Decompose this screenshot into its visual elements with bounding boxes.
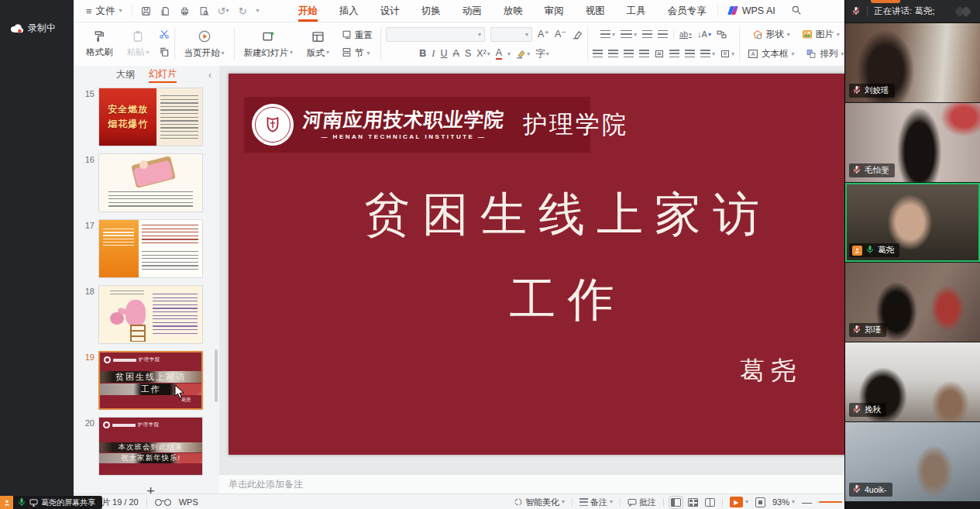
panel-scrollbar[interactable] [215, 349, 218, 402]
paragraph-spacing-button[interactable] [685, 50, 695, 58]
meeting-toolbar-button-partial[interactable] [871, 0, 900, 3]
italic-button[interactable]: I [432, 49, 435, 59]
redo-icon[interactable]: ↻ [237, 5, 249, 17]
font-family-select[interactable]: ▾ [386, 27, 485, 42]
slide-thumbnail-17[interactable] [98, 219, 203, 278]
shapes-button[interactable]: 形状▾ [749, 28, 793, 41]
highlight-color-button[interactable]: ▾ [516, 50, 530, 59]
print-preview-icon[interactable] [198, 5, 210, 17]
strikethrough-button[interactable]: A [453, 49, 459, 59]
convert-smartart-icon[interactable] [717, 30, 727, 39]
reading-view-button[interactable] [705, 498, 715, 507]
zoom-level[interactable]: 93%▾ [772, 497, 795, 507]
zoom-slider[interactable] [819, 501, 842, 503]
current-slide[interactable]: 河南应用技术职业学院 — HENAN TECHNICAL INSTITUTE —… [229, 74, 906, 455]
slide-thumbnail-16[interactable] [98, 153, 203, 212]
font-color-dropdown[interactable]: ▾ [507, 51, 511, 57]
slide-thumbnail-20[interactable]: 护理学院本次班会到此结束祝大家新年快乐! [98, 417, 203, 476]
notes-button[interactable]: 备注▾ [579, 497, 613, 508]
normal-view-button[interactable] [671, 498, 681, 507]
slide-thumbnail-19[interactable]: 护理学院贫困生线上家访工作葛尧 [98, 351, 203, 410]
decrease-font-icon[interactable]: A⁻ [555, 29, 566, 40]
participant-video-葛尧[interactable]: 葛尧 [845, 183, 980, 262]
participant-video-郑瑾[interactable]: 郑瑾 [845, 263, 980, 342]
tab-outline[interactable]: 大纲 [116, 68, 135, 81]
comment-button[interactable]: 批注 [628, 497, 656, 508]
menu-tab-会员专享[interactable]: 会员专享 [657, 0, 717, 22]
menu-tab-插入[interactable]: 插入 [328, 0, 370, 22]
save-icon[interactable] [140, 5, 152, 17]
collapse-panel-icon[interactable]: ‹ [208, 70, 211, 81]
menu-tab-动画[interactable]: 动画 [452, 0, 493, 22]
menu-tab-审阅[interactable]: 审阅 [534, 0, 575, 22]
font-size-select[interactable]: ▾ [490, 27, 532, 42]
reset-button[interactable]: 重置 [339, 29, 376, 42]
arrange-button[interactable]: 排列▾ [803, 47, 847, 60]
align-right-button[interactable] [624, 50, 634, 58]
chevron-down-icon: ▾ [119, 8, 122, 14]
menu-tab-视图[interactable]: 视图 [575, 0, 616, 22]
menu-tab-工具[interactable]: 工具 [616, 0, 657, 22]
menu-tab-设计[interactable]: 设计 [370, 0, 411, 22]
line-spacing-options-button[interactable]: ▾ [700, 50, 715, 58]
thumbnail-number: 15 [74, 88, 95, 98]
slide-thumbnail-18[interactable] [98, 285, 203, 344]
layout-button[interactable]: 版式▾ [302, 29, 334, 60]
distribute-button[interactable] [655, 50, 664, 58]
participant-video-4uoik-[interactable]: 4uoik- [845, 422, 980, 501]
shadow-button[interactable]: S [465, 49, 471, 59]
slide-thumbnail-15[interactable]: 安全燃放烟花爆竹 [98, 88, 203, 146]
layout-icon [311, 30, 325, 45]
paste-button[interactable]: 粘贴▾ [122, 29, 154, 59]
line-spacing-button[interactable] [669, 50, 679, 58]
justify-button[interactable] [639, 50, 649, 58]
textbox-button[interactable]: A文本框▾ [744, 47, 798, 60]
paragraph-settings-button[interactable]: ▾ [720, 50, 734, 58]
add-slide-button[interactable]: + [98, 483, 203, 494]
tab-slides[interactable]: 幻灯片 [149, 67, 177, 83]
bold-button[interactable]: B [419, 49, 426, 59]
qat-more-icon[interactable]: ▾ [256, 8, 260, 14]
font-color-button[interactable]: A [496, 48, 502, 60]
mic-muted-icon[interactable] [851, 6, 861, 17]
participant-video-刘姣瑶[interactable]: 刘姣瑶 [845, 23, 980, 102]
cut-icon[interactable] [159, 29, 170, 43]
decrease-indent-icon[interactable] [642, 30, 652, 39]
numbered-list-button[interactable]: ▾ [621, 30, 637, 39]
vertical-text-button[interactable]: ↓A▾ [697, 30, 711, 39]
increase-indent-icon[interactable] [658, 30, 668, 39]
wps-ai-button[interactable]: WPS AI [717, 5, 785, 18]
pinyin-guide-button[interactable]: 字▾ [535, 49, 549, 59]
clear-format-icon[interactable] [572, 30, 583, 40]
export-icon[interactable] [160, 5, 171, 17]
align-left-button[interactable] [593, 50, 603, 58]
participant-video-毛怡斐[interactable]: 毛怡斐 [845, 103, 980, 182]
bullet-list-button[interactable]: ▾ [600, 30, 615, 39]
text-direction-button[interactable]: ab▾ [679, 31, 692, 39]
slideshow-button[interactable]: ▶▾ [730, 497, 748, 507]
superscript-button[interactable]: X²▾ [476, 49, 490, 59]
fit-slide-button[interactable] [755, 497, 765, 507]
paragraph-group: ▾ ▾ ab▾ ↓A▾ ▾ [593, 26, 734, 63]
new-slide-button[interactable]: 新建幻灯片▾ [239, 29, 298, 60]
increase-font-icon[interactable]: A⁺ [538, 29, 549, 40]
menu-tab-开始[interactable]: 开始 [287, 0, 328, 22]
section-button[interactable]: 节▾ [339, 46, 373, 60]
participant-video-挽秋[interactable]: 挽秋 [845, 342, 980, 421]
slide-sorter-button[interactable] [688, 498, 698, 507]
screen-share-indicator[interactable]: 葛尧的屏幕共享 [0, 496, 102, 509]
search-icon[interactable] [791, 5, 802, 18]
print-icon[interactable] [179, 5, 191, 17]
zoom-out-button[interactable]: — [802, 497, 812, 507]
format-painter-button[interactable]: 格式刷 [81, 29, 118, 59]
copy-icon[interactable] [159, 46, 170, 60]
underline-button[interactable]: U [441, 49, 448, 59]
menu-tab-放映[interactable]: 放映 [493, 0, 534, 22]
align-center-button[interactable] [608, 50, 618, 58]
smart-beautify-button[interactable]: 智能美化▾ [514, 497, 565, 508]
undo-icon[interactable]: ↺▾ [218, 5, 229, 17]
file-menu[interactable]: ≡ 文件 ▾ [74, 5, 132, 18]
menu-tab-切换[interactable]: 切换 [411, 0, 452, 22]
start-from-current-button[interactable]: 当页开始▾ [180, 29, 229, 60]
picture-button[interactable]: 图片▾ [799, 28, 843, 41]
